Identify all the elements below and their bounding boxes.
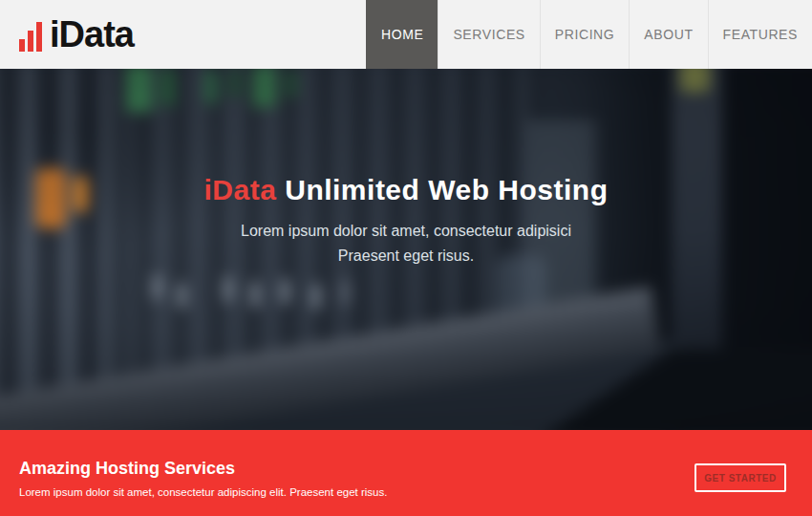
nav-item-pricing[interactable]: PRICING bbox=[540, 0, 630, 69]
hero-subtitle-line1: Lorem ipsum dolor sit amet, consectetur … bbox=[241, 223, 571, 239]
cta-text-block: Amazing Hosting Services Lorem ipsum dol… bbox=[19, 459, 387, 498]
nav-item-about[interactable]: ABOUT bbox=[629, 0, 707, 69]
hero-title-accent: iData bbox=[204, 174, 277, 205]
nav-item-features[interactable]: FEATURES bbox=[708, 0, 812, 69]
nav-item-home[interactable]: HOME bbox=[366, 0, 438, 69]
cta-heading: Amazing Hosting Services bbox=[19, 459, 387, 478]
hero-section: iData Unlimited Web Hosting Lorem ipsum … bbox=[0, 69, 812, 430]
hero-title: iData Unlimited Web Hosting bbox=[0, 174, 812, 206]
nav-item-services[interactable]: SERVICES bbox=[438, 0, 539, 69]
site-header: iData HOME SERVICES PRICING ABOUT FEATUR… bbox=[0, 0, 812, 69]
hero-subtitle-line2: Praesent eget risus. bbox=[338, 247, 474, 264]
hero-subtitle: Lorem ipsum dolor sit amet, consectetur … bbox=[0, 219, 812, 269]
cta-subtext: Lorem ipsum dolor sit amet, consectetur … bbox=[19, 486, 387, 498]
hero-content: iData Unlimited Web Hosting Lorem ipsum … bbox=[0, 69, 812, 269]
brand-name: iData bbox=[50, 16, 134, 53]
hero-title-rest: Unlimited Web Hosting bbox=[276, 174, 608, 205]
get-started-button[interactable]: GET STARTED bbox=[694, 463, 786, 492]
cta-bar: Amazing Hosting Services Lorem ipsum dol… bbox=[0, 430, 812, 516]
brand-logo[interactable]: iData bbox=[0, 0, 134, 69]
main-nav: HOME SERVICES PRICING ABOUT FEATURES bbox=[366, 0, 812, 69]
bar-chart-icon bbox=[19, 22, 42, 52]
